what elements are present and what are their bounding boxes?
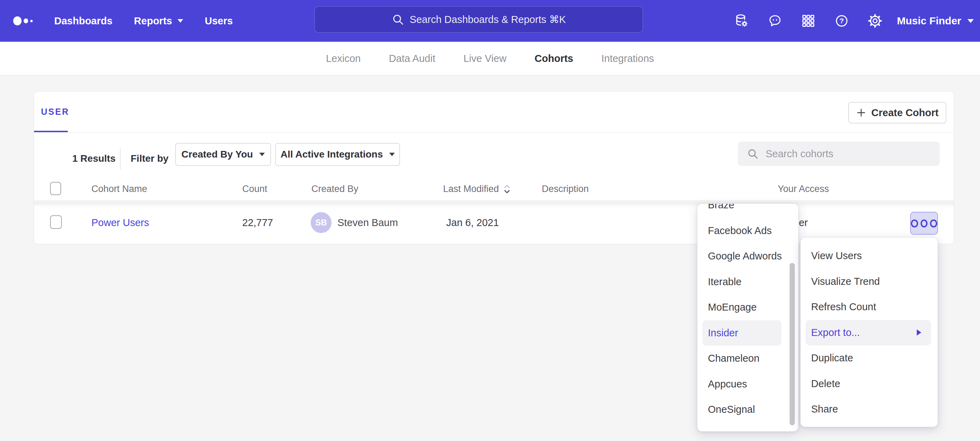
divider [120, 148, 121, 169]
create-cohort-button[interactable]: Create Cohort [848, 102, 946, 123]
cohort-count: 22,777 [242, 217, 273, 228]
menu-item-moengage[interactable]: MoEngage [697, 295, 798, 320]
menu-item-onesignal[interactable]: OneSignal [697, 397, 798, 423]
chevron-down-icon [259, 153, 265, 156]
menu-item-chameleon[interactable]: Chameleon [697, 346, 798, 371]
tab-cohorts[interactable]: Cohorts [535, 53, 573, 64]
export-destinations-submenu: Braze Facebook Ads Google Adwords Iterab… [697, 203, 799, 431]
cohorts-card: USER Create Cohort 1 Results Filter by C… [34, 91, 954, 244]
tab-user-cohorts[interactable]: USER [41, 107, 69, 117]
top-nav-links: Dashboards Reports Users [54, 0, 233, 42]
cohort-search-box [738, 142, 940, 166]
data-settings-icon[interactable] [734, 14, 749, 28]
feedback-icon[interactable] [768, 14, 782, 28]
divider [34, 132, 954, 133]
column-header-created-by[interactable]: Created By [311, 184, 358, 195]
created-by-name: Steven Baum [337, 217, 398, 228]
filter-by-label: Filter by [130, 153, 169, 164]
chevron-down-icon [967, 19, 974, 23]
settings-gear-icon[interactable] [868, 14, 882, 28]
search-icon [747, 148, 759, 160]
menu-item-insider[interactable]: Insider [702, 320, 781, 346]
select-all-checkbox[interactable] [50, 182, 61, 195]
cohort-search-input[interactable] [765, 148, 933, 160]
avatar: SB [311, 212, 331, 233]
mixpanel-logo-icon[interactable] [13, 0, 33, 42]
global-search-placeholder: Search Dashboards & Reports ⌘K [410, 14, 566, 26]
tab-data-audit[interactable]: Data Audit [389, 53, 436, 64]
project-name: Music Finder [897, 15, 961, 27]
column-header-your-access[interactable]: Your Access [778, 184, 829, 195]
menu-item-view-users[interactable]: View Users [801, 243, 938, 269]
menu-item-duplicate[interactable]: Duplicate [801, 345, 938, 371]
row-actions-button[interactable] [910, 212, 938, 235]
menu-item-braze[interactable]: Braze [697, 203, 798, 218]
integrations-filter-dropdown[interactable]: All Active Integrations [275, 143, 400, 166]
nav-dashboards[interactable]: Dashboards [54, 15, 113, 27]
plus-icon [856, 107, 866, 118]
tab-live-view[interactable]: Live View [464, 53, 507, 64]
sort-icon[interactable] [503, 184, 511, 194]
column-header-cohort-name[interactable]: Cohort Name [91, 184, 147, 195]
menu-item-export-to[interactable]: Export to... [805, 320, 931, 346]
apps-grid-icon[interactable] [801, 14, 816, 28]
menu-item-delete[interactable]: Delete [801, 371, 938, 397]
nav-users[interactable]: Users [205, 15, 233, 27]
row-checkbox[interactable] [50, 215, 62, 229]
help-icon[interactable]: ? [834, 14, 849, 28]
more-options-icon [911, 219, 918, 227]
table-header-row: Cohort Name Count Created By Last Modifi… [34, 177, 954, 201]
chevron-down-icon [178, 19, 183, 22]
submenu-arrow-icon [917, 329, 921, 336]
global-search-input[interactable]: Search Dashboards & Reports ⌘K [315, 6, 643, 33]
created-by-filter-dropdown[interactable]: Created By You [175, 143, 271, 166]
column-header-description[interactable]: Description [542, 184, 589, 195]
top-navigation-bar: Dashboards Reports Users Search Dashboar… [0, 0, 980, 42]
chevron-down-icon [389, 153, 395, 156]
menu-item-visualize-trend[interactable]: Visualize Trend [801, 269, 938, 295]
cohorts-page: Dashboards Reports Users Search Dashboar… [0, 0, 980, 441]
menu-item-share[interactable]: Share [801, 396, 938, 422]
section-tab-bar: Lexicon Data Audit Live View Cohorts Int… [0, 42, 980, 75]
menu-item-refresh-count[interactable]: Refresh Count [801, 294, 938, 320]
cohort-name-link[interactable]: Power Users [91, 217, 149, 228]
column-header-count[interactable]: Count [242, 184, 267, 195]
nav-reports[interactable]: Reports [134, 15, 183, 27]
last-modified-date: Jan 6, 2021 [446, 217, 499, 228]
search-icon [391, 13, 404, 26]
svg-text:?: ? [840, 17, 844, 25]
submenu-scrollbar[interactable] [789, 263, 795, 425]
menu-item-facebook-ads[interactable]: Facebook Ads [697, 218, 798, 244]
project-selector[interactable]: Music Finder [897, 15, 974, 27]
menu-item-google-adwords[interactable]: Google Adwords [697, 243, 798, 269]
tab-integrations[interactable]: Integrations [601, 53, 654, 64]
results-count: 1 Results [72, 153, 116, 164]
tab-lexicon[interactable]: Lexicon [326, 53, 361, 64]
menu-item-iterable[interactable]: Iterable [697, 269, 798, 295]
topbar-right-cluster: ? Music Finder [716, 0, 974, 42]
menu-item-appcues[interactable]: Appcues [697, 371, 798, 397]
column-header-last-modified[interactable]: Last Modified [443, 184, 511, 195]
row-actions-menu: View Users Visualize Trend Refresh Count… [800, 237, 938, 427]
